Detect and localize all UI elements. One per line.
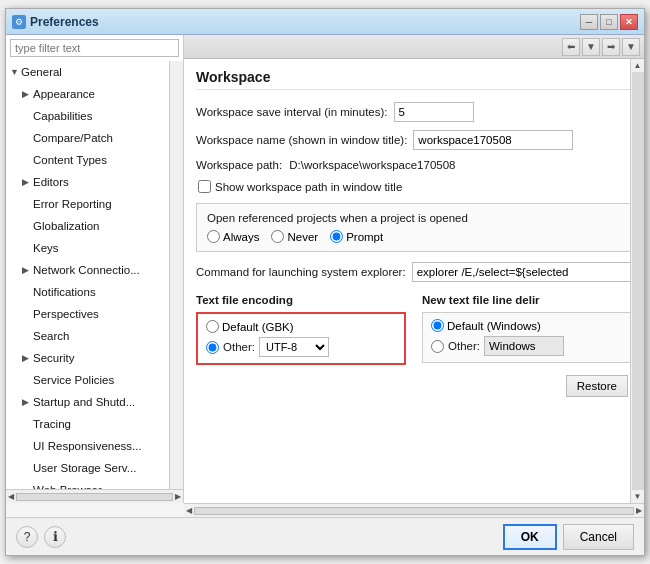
title-controls: ─ □ ✕ [580,14,638,30]
right-scroll-track[interactable] [194,507,634,515]
newline-box: Default (Windows) Other: [422,312,632,363]
right-scroll-right[interactable]: ▶ [636,506,642,515]
encoding-other-radio-input[interactable] [206,341,219,354]
tree-item-ui[interactable]: UI Responsiveness... [6,435,169,457]
encoding-other-label: Other: [223,341,255,353]
scroll-down-arrow[interactable]: ▼ [634,492,642,501]
info-button[interactable]: ℹ [44,526,66,548]
scroll-left-arrow[interactable]: ◀ [8,492,14,501]
expand-arrow-security: ▶ [22,349,32,367]
radio-prompt[interactable]: Prompt [330,230,383,243]
workspace-path-label: Workspace path: D:\workspace\workspace17… [196,159,456,171]
encoding-default-input[interactable] [206,320,219,333]
bottom-left: ? ℹ [16,526,66,548]
back-button[interactable]: ⬅ [562,38,580,56]
cancel-button[interactable]: Cancel [563,524,634,550]
tree-item-globalization[interactable]: Globalization [6,215,169,237]
tree-item-compare[interactable]: Compare/Patch [6,127,169,149]
maximize-button[interactable]: □ [600,14,618,30]
encoding-default-radio[interactable]: Default (GBK) [206,320,396,333]
close-button[interactable]: ✕ [620,14,638,30]
tree-item-security[interactable]: ▶ Security [6,347,169,369]
command-input[interactable] [412,262,632,282]
save-interval-row: Workspace save interval (in minutes): [196,102,632,122]
tree-item-error-reporting[interactable]: Error Reporting [6,193,169,215]
tree-item-keys[interactable]: Keys [6,237,169,259]
scroll-track[interactable] [16,493,173,501]
tree-scrollbar[interactable] [169,61,183,489]
newline-default-input[interactable] [431,319,444,332]
radio-row: Always Never Prompt [207,230,621,243]
newline-title: New text file line delir [422,294,632,306]
radio-never[interactable]: Never [271,230,318,243]
workspace-path-value: D:\workspace\workspace170508 [289,159,455,171]
tree-item-search[interactable]: Search [6,325,169,347]
expand-arrow-notifications [22,283,32,301]
left-panel: ▼ General ▶ Appearance Capabilities Comp… [6,35,184,503]
forward-button[interactable]: ➡ [602,38,620,56]
encoding-select[interactable]: UTF-8 GBK UTF-16 [259,337,329,357]
tree-item-service-policies[interactable]: Service Policies [6,369,169,391]
expand-arrow-general: ▼ [10,63,20,81]
right-bottom-scroll: ◀ ▶ [184,503,644,517]
right-scrollbar[interactable]: ▲ ▼ [630,59,644,503]
preferences-dialog: ⚙ Preferences ─ □ ✕ ▼ General ▶ [5,8,645,556]
dropdown2-button[interactable]: ▼ [622,38,640,56]
tree-item-perspectives[interactable]: Perspectives [6,303,169,325]
tree-item-web-browser[interactable]: Web Browser [6,479,169,489]
expand-arrow-tracing [22,415,32,433]
tree-item-general[interactable]: ▼ General [6,61,169,83]
show-path-checkbox[interactable] [198,180,211,193]
tree-item-network[interactable]: ▶ Network Connectio... [6,259,169,281]
encoding-title: Text file encoding [196,294,406,306]
bottom-bar: ? ℹ OK Cancel [6,517,644,555]
minimize-button[interactable]: ─ [580,14,598,30]
newline-default-radio[interactable]: Default (Windows) [431,319,623,332]
expand-arrow-keys [22,239,32,257]
content-area: ▼ General ▶ Appearance Capabilities Comp… [6,35,644,503]
tree-item-tracing[interactable]: Tracing [6,413,169,435]
section-title: Workspace [196,69,632,90]
ok-button[interactable]: OK [503,524,557,550]
right-scroll-left[interactable]: ◀ [186,506,192,515]
expand-arrow-startup: ▶ [22,393,32,411]
radio-never-input[interactable] [271,230,284,243]
tree-item-capabilities[interactable]: Capabilities [6,105,169,127]
dropdown-button[interactable]: ▼ [582,38,600,56]
newline-other-radio-input[interactable] [431,340,444,353]
expand-arrow-network: ▶ [22,261,32,279]
restore-button[interactable]: Restore [566,375,628,397]
workspace-name-input[interactable] [413,130,573,150]
scroll-up-arrow[interactable]: ▲ [634,61,642,70]
tree-item-user-storage[interactable]: User Storage Serv... [6,457,169,479]
encoding-box: Default (GBK) Other: UTF-8 GBK UTF-16 [196,312,406,365]
workspace-path-row: Workspace path: D:\workspace\workspace17… [196,158,632,172]
tree-item-startup[interactable]: ▶ Startup and Shutd... [6,391,169,413]
help-button[interactable]: ? [16,526,38,548]
radio-prompt-input[interactable] [330,230,343,243]
radio-always-input[interactable] [207,230,220,243]
tree-item-notifications[interactable]: Notifications [6,281,169,303]
expand-arrow-perspectives [22,305,32,323]
filter-input[interactable] [10,39,179,57]
tree-item-appearance[interactable]: ▶ Appearance [6,83,169,105]
expand-arrow-search [22,327,32,345]
tree-bottom-scroll: ◀ ▶ [6,489,183,503]
encoding-other-row: Other: UTF-8 GBK UTF-16 [206,337,396,357]
show-path-label: Show workspace path in window title [215,181,402,193]
workspace-name-label: Workspace name (shown in window title): [196,134,407,146]
newline-other-label: Other: [448,340,480,352]
scroll-right-arrow[interactable]: ▶ [175,492,181,501]
radio-always[interactable]: Always [207,230,259,243]
title-bar-left: ⚙ Preferences [12,15,99,29]
newline-other-row: Other: [431,336,623,356]
newline-other-input[interactable] [484,336,564,356]
right-content: Workspace Workspace save interval (in mi… [184,59,644,503]
newline-section: New text file line delir Default (Window… [422,294,632,365]
expand-arrow-globalization [22,217,32,235]
save-interval-input[interactable] [394,102,474,122]
save-interval-label: Workspace save interval (in minutes): [196,106,388,118]
tree-item-content-types[interactable]: Content Types [6,149,169,171]
tree-item-editors[interactable]: ▶ Editors [6,171,169,193]
open-projects-label: Open referenced projects when a project … [207,212,621,224]
